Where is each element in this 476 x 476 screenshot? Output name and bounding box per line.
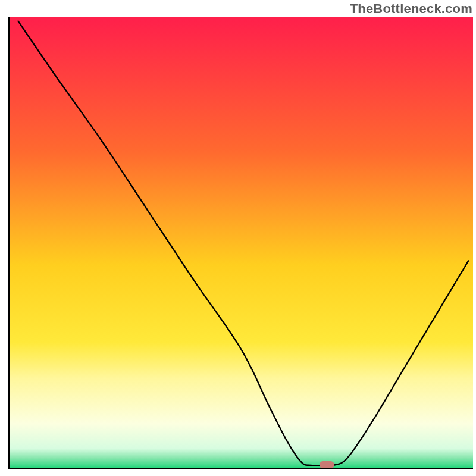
watermark-text: TheBottleneck.com [350,1,472,17]
bottleneck-chart [0,0,476,476]
plot-area [9,17,473,469]
gradient-background [9,17,473,469]
chart-frame: TheBottleneck.com [0,0,476,476]
optimal-marker [320,461,334,468]
